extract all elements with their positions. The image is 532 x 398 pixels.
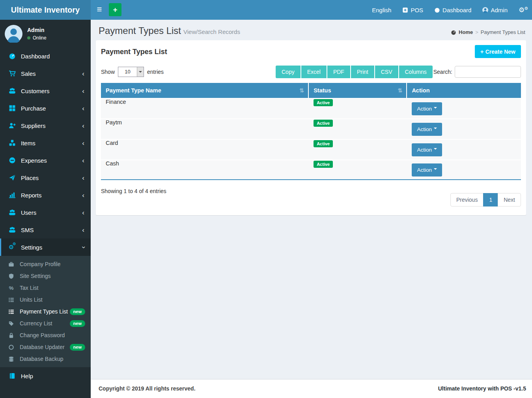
status-badge: Active xyxy=(314,140,333,147)
sidebar-item-items[interactable]: Items xyxy=(0,134,91,152)
table-info: Showing 1 to 4 of 4 entries xyxy=(101,188,166,194)
search-input[interactable] xyxy=(455,66,521,78)
page-title: Payment Types List xyxy=(99,25,181,36)
chevron-left-icon xyxy=(82,192,84,199)
action-dropdown-button[interactable]: Action xyxy=(412,102,442,115)
pos-link[interactable]: POS xyxy=(402,7,423,13)
gears-icon xyxy=(9,244,16,251)
database-icon xyxy=(8,356,14,362)
column-label: Payment Type Name xyxy=(106,87,161,94)
top-navbar: Ultimate Inventory English POS Dashboard… xyxy=(0,0,532,20)
create-new-button[interactable]: Create New xyxy=(475,45,521,58)
sidebar-item-sales[interactable]: Sales xyxy=(0,65,91,82)
sidebar-item-suppliers[interactable]: Suppliers xyxy=(0,117,91,134)
sidebar-item-company-profile[interactable]: Company Profile xyxy=(0,258,91,270)
sidebar-item-sms[interactable]: SMS xyxy=(0,221,91,238)
settings-gears-icon[interactable] xyxy=(519,6,527,14)
user-avatar xyxy=(482,7,488,13)
submenu-item-label: Payment Types List xyxy=(20,308,68,315)
sidebar-item-change-password[interactable]: Change Password xyxy=(0,329,91,341)
caret-down-icon xyxy=(434,107,437,110)
tags-icon xyxy=(8,321,14,327)
sidebar-item-settings[interactable]: Settings xyxy=(0,238,91,256)
sidebar-item-expenses[interactable]: Expenses xyxy=(0,152,91,169)
circle-icon xyxy=(8,344,14,350)
grid-icon xyxy=(9,105,16,112)
sidebar: Admin Online Dashboard Sales Customers P… xyxy=(0,20,91,398)
chevron-left-icon xyxy=(82,157,84,164)
page-1-button[interactable]: 1 xyxy=(483,193,498,207)
percent-icon xyxy=(8,285,14,291)
action-label: Action xyxy=(417,126,432,132)
cubes-icon xyxy=(9,139,16,146)
pdf-button[interactable]: PDF xyxy=(327,66,351,78)
sidebar-item-places[interactable]: Places xyxy=(0,169,91,186)
sidebar-item-dashboard[interactable]: Dashboard xyxy=(0,47,91,65)
sidebar-item-reports[interactable]: Reports xyxy=(0,186,91,204)
sidebar-toggle-icon[interactable] xyxy=(91,0,107,20)
table-row: Card Active Action xyxy=(101,140,521,160)
sidebar-item-purchase[interactable]: Purchase xyxy=(0,100,91,117)
pagination: Previous 1 Next xyxy=(451,193,521,207)
print-button[interactable]: Print xyxy=(351,66,375,78)
sidebar-item-database-backup[interactable]: Database Backup xyxy=(0,353,91,365)
sidebar-item-label: Expenses xyxy=(21,157,47,164)
page-size-value: 10 xyxy=(118,67,137,77)
sidebar-item-payment-types-list[interactable]: Payment Types List new xyxy=(0,306,91,317)
sidebar-item-site-settings[interactable]: Site Settings xyxy=(0,270,91,282)
paper-plane-icon xyxy=(9,174,16,181)
show-label: Show xyxy=(101,69,115,75)
action-dropdown-button[interactable]: Action xyxy=(412,123,442,136)
list-icon xyxy=(8,297,14,303)
payment-type-name: Card xyxy=(101,140,309,160)
export-buttons: Copy Excel PDF Print CSV Columns xyxy=(276,66,433,78)
column-label: Status xyxy=(314,87,331,94)
sidebar-item-units-list[interactable]: Units List xyxy=(0,294,91,306)
pos-label: POS xyxy=(411,7,423,13)
chevron-left-icon xyxy=(82,105,84,112)
column-header-payment-type-name[interactable]: Payment Type Name xyxy=(101,83,309,98)
page-size-select[interactable]: 10 xyxy=(118,67,144,77)
book-icon xyxy=(9,372,16,379)
breadcrumb-home[interactable]: Home xyxy=(459,29,473,35)
sidebar-item-label: Dashboard xyxy=(21,53,50,60)
submenu-item-label: Site Settings xyxy=(20,273,51,279)
tachometer-icon xyxy=(9,53,16,60)
online-status-icon xyxy=(27,36,30,39)
columns-button[interactable]: Columns xyxy=(399,66,433,78)
chevron-left-icon xyxy=(82,140,84,146)
copy-button[interactable]: Copy xyxy=(276,66,301,78)
user-menu[interactable]: Admin xyxy=(482,7,508,13)
payment-type-name: Finance xyxy=(101,99,309,118)
settings-submenu: Company Profile Site Settings Tax List U… xyxy=(0,256,91,367)
chevron-left-icon xyxy=(82,209,84,216)
sidebar-item-users[interactable]: Users xyxy=(0,204,91,221)
sidebar-item-label: Suppliers xyxy=(21,122,46,129)
caret-down-icon xyxy=(434,128,437,131)
action-label: Action xyxy=(417,147,432,153)
dashboard-link[interactable]: Dashboard xyxy=(434,7,471,13)
column-header-status[interactable]: Status xyxy=(309,83,407,98)
chevron-left-icon xyxy=(82,227,84,233)
previous-page-button[interactable]: Previous xyxy=(450,193,483,207)
page-footer: Ultimate Inventory with POS -v1.5 Copyri… xyxy=(91,379,532,398)
sidebar-item-tax-list[interactable]: Tax List xyxy=(0,282,91,294)
sidebar-item-database-updater[interactable]: Database Updater new xyxy=(0,341,91,353)
sidebar-item-label: Purchase xyxy=(21,105,46,112)
next-page-button[interactable]: Next xyxy=(498,193,521,207)
caret-down-icon xyxy=(434,148,437,151)
dashboard-label: Dashboard xyxy=(442,7,471,13)
sidebar-item-currency-list[interactable]: Currency List new xyxy=(0,317,91,329)
quick-add-button[interactable] xyxy=(109,3,121,16)
sidebar-item-customers[interactable]: Customers xyxy=(0,82,91,100)
sidebar-item-help[interactable]: Help xyxy=(0,367,91,385)
sidebar-item-label: Settings xyxy=(21,244,42,251)
footer-copyright: Copyright © 2019 All rights reserved. xyxy=(99,385,196,392)
online-status-label: Online xyxy=(33,35,47,41)
action-dropdown-button[interactable]: Action xyxy=(412,143,442,156)
brand-logo[interactable]: Ultimate Inventory xyxy=(0,0,91,20)
action-dropdown-button[interactable]: Action xyxy=(412,163,442,176)
language-menu[interactable]: English xyxy=(372,7,391,13)
csv-button[interactable]: CSV xyxy=(375,66,399,78)
excel-button[interactable]: Excel xyxy=(301,66,327,78)
